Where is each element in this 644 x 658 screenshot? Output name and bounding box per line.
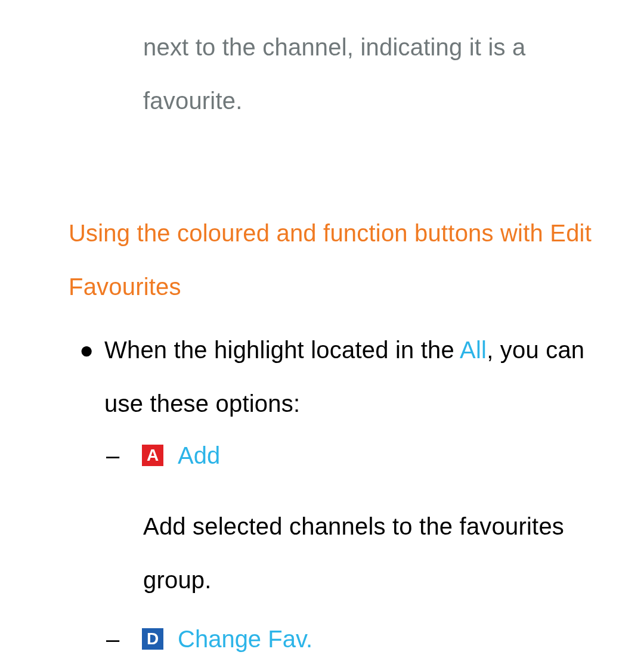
all-link: All [460, 337, 487, 363]
sub-item-change-fav: – D Change Fav. [106, 627, 312, 651]
dash-marker: – [106, 443, 142, 467]
section-heading: Using the coloured and function buttons … [69, 206, 617, 314]
sub-item-add: – A Add [106, 443, 220, 467]
dash-marker: – [106, 627, 142, 651]
add-label: Add [178, 443, 220, 467]
add-description: Add selected channels to the favourites … [143, 499, 620, 607]
bullet-text: When the highlight located in the All, y… [104, 323, 629, 430]
change-fav-label: Change Fav. [178, 627, 312, 651]
bullet-item: ● When the highlight located in the All,… [69, 323, 629, 430]
d-button-icon: D [142, 628, 163, 650]
bullet-lead: When the highlight located in the [104, 337, 460, 363]
a-button-icon: A [142, 445, 163, 466]
bullet-marker: ● [69, 323, 104, 377]
fragment-text: next to the channel, indicating it is a … [143, 20, 626, 128]
page: next to the channel, indicating it is a … [0, 0, 644, 658]
